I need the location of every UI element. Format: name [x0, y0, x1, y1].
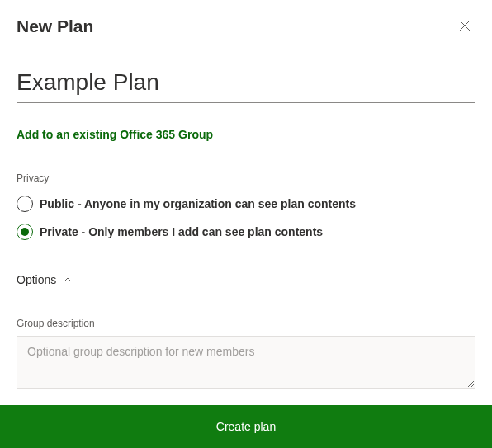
radio-icon	[17, 196, 33, 212]
dialog-footer: Create plan	[0, 405, 492, 448]
privacy-section-label: Privacy	[17, 172, 475, 184]
privacy-radio-group: Public - Anyone in my organization can s…	[17, 196, 475, 252]
privacy-option-public[interactable]: Public - Anyone in my organization can s…	[17, 196, 475, 212]
group-description-label: Group description	[17, 318, 475, 329]
add-existing-group-link[interactable]: Add to an existing Office 365 Group	[17, 128, 475, 141]
radio-label: Public - Anyone in my organization can s…	[40, 197, 356, 210]
close-button[interactable]	[457, 18, 472, 35]
options-toggle[interactable]: Options	[17, 273, 475, 286]
new-plan-dialog: New Plan Add to an existing Office 365 G…	[0, 0, 492, 448]
create-plan-button[interactable]: Create plan	[0, 405, 492, 448]
radio-label: Private - Only members I add can see pla…	[40, 225, 323, 238]
close-icon	[459, 20, 471, 31]
dialog-header: New Plan	[17, 17, 475, 66]
options-toggle-label: Options	[17, 273, 56, 286]
radio-icon	[17, 224, 33, 240]
dialog-title: New Plan	[17, 17, 93, 36]
chevron-up-icon	[63, 275, 73, 285]
privacy-option-private[interactable]: Private - Only members I add can see pla…	[17, 224, 475, 240]
group-description-textarea[interactable]	[17, 336, 475, 389]
plan-name-input[interactable]	[17, 66, 475, 103]
